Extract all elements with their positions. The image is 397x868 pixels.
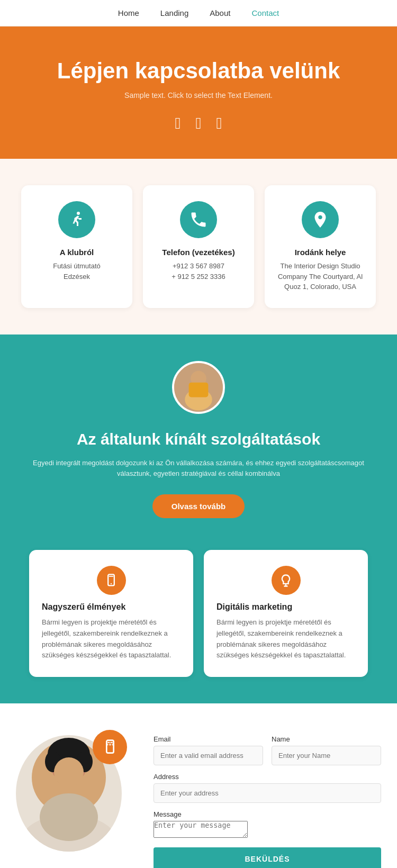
info-card-location: Irodánk helye The Interior Design Studio… — [265, 185, 376, 308]
message-label: Message — [154, 810, 381, 818]
location-icon — [302, 201, 339, 238]
address-field-group: Address — [154, 773, 381, 803]
info-card-club: A klubról Futási útmutatóEdzések — [21, 185, 132, 308]
hero-title: Lépjen kapcsolatba velünk — [21, 58, 376, 84]
svg-point-17 — [54, 757, 84, 787]
run-icon — [58, 201, 95, 238]
info-card-phone-title: Telefon (vezetékes) — [154, 248, 243, 257]
mobile-icon — [97, 566, 126, 595]
info-card-location-title: Irodánk helye — [275, 248, 365, 257]
svg-point-10 — [112, 743, 114, 745]
email-field-group: Email — [154, 735, 263, 765]
teal-heading: Az általunk kínált szolgáltatások — [32, 429, 365, 449]
address-input[interactable] — [154, 783, 381, 803]
service-card-experience-body: Bármi legyen is projektje méretétől és j… — [42, 617, 181, 661]
service-card-marketing: Digitális marketing Bármi legyen is proj… — [204, 550, 368, 677]
service-card-marketing-body: Bármi legyen is projektje méretétől és j… — [216, 617, 355, 661]
instagram-icon[interactable]:  — [216, 114, 222, 132]
phone-float-icon — [93, 730, 127, 764]
email-label: Email — [154, 735, 263, 743]
nav-landing[interactable]: Landing — [160, 8, 188, 17]
form-row-email-name: Email Name — [154, 735, 381, 765]
message-field-group: Message — [154, 810, 381, 840]
phone-icon — [180, 201, 217, 238]
service-card-marketing-title: Digitális marketing — [216, 602, 355, 612]
hero-section: Lépjen kapcsolatba velünk Sample text. C… — [0, 26, 397, 159]
info-section: A klubról Futási útmutatóEdzések Telefon… — [0, 159, 397, 334]
nav-home[interactable]: Home — [118, 8, 139, 17]
service-section: Nagyszerű élmények Bármi legyen is proje… — [0, 550, 397, 703]
address-label: Address — [154, 773, 381, 781]
info-card-club-body: Futási útmutatóEdzések — [32, 261, 122, 282]
contact-image — [16, 735, 132, 852]
svg-point-9 — [109, 743, 111, 745]
svg-point-8 — [106, 743, 108, 745]
name-input[interactable] — [272, 746, 381, 765]
navigation: Home Landing About Contact — [0, 0, 397, 26]
info-card-location-body: The Interior Design Studio Company The C… — [275, 261, 365, 292]
person-avatar — [172, 361, 225, 414]
info-card-club-title: A klubról — [32, 248, 122, 257]
facebook-icon[interactable]:  — [175, 114, 181, 132]
contact-form: Email Name Address Message BEKÜLDÉS Képe… — [154, 735, 381, 868]
hero-subtitle: Sample text. Click to select the Text El… — [21, 91, 376, 100]
teal-section: Az általunk kínált szolgáltatások Egyedi… — [0, 334, 397, 550]
nav-about[interactable]: About — [210, 8, 230, 17]
name-field-group: Name — [272, 735, 381, 765]
service-card-experience-title: Nagyszerű élmények — [42, 602, 181, 612]
twitter-icon[interactable]:  — [196, 114, 202, 132]
bulb-icon — [272, 566, 301, 595]
info-card-phone: Telefon (vezetékes) +912 3 567 8987+ 912… — [143, 185, 254, 308]
svg-point-6 — [111, 583, 112, 584]
social-icons:    — [21, 114, 376, 132]
info-card-phone-body: +912 3 567 8987+ 912 5 252 3336 — [154, 261, 243, 282]
contact-section: Email Name Address Message BEKÜLDÉS Képe… — [0, 703, 397, 868]
submit-button[interactable]: BEKÜLDÉS — [154, 847, 381, 868]
service-card-experience: Nagyszerű élmények Bármi legyen is proje… — [29, 550, 193, 677]
teal-body: Egyedi integrált megoldást dolgozunk ki … — [32, 458, 365, 480]
name-label: Name — [272, 735, 381, 743]
message-textarea[interactable] — [154, 821, 248, 838]
read-more-button[interactable]: Olvass tovább — [152, 494, 245, 518]
svg-rect-4 — [189, 382, 209, 397]
nav-contact[interactable]: Contact — [251, 8, 279, 17]
svg-point-18 — [40, 793, 98, 841]
email-input[interactable] — [154, 746, 263, 765]
svg-point-0 — [77, 212, 80, 215]
